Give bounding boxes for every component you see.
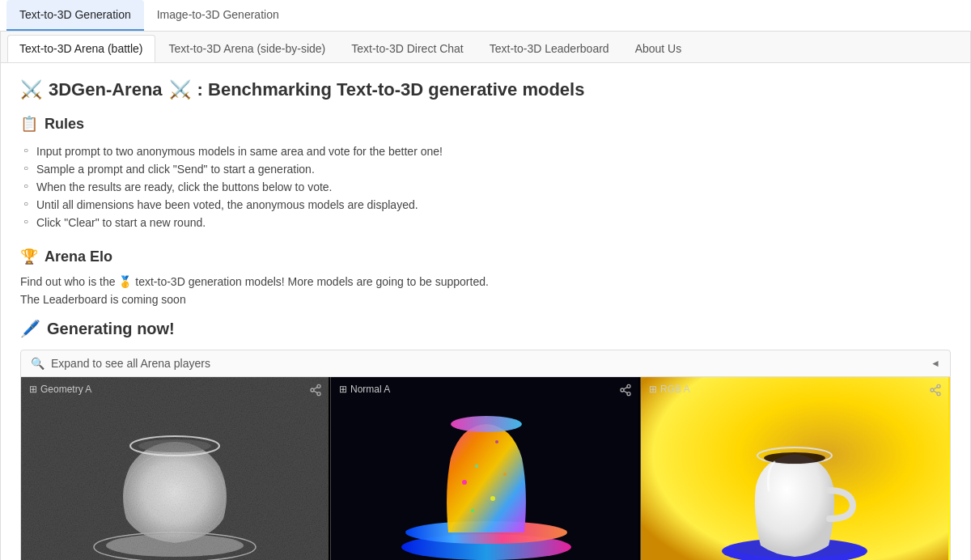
sub-tab-leaderboard[interactable]: Text-to-3D Leaderboard [477, 35, 621, 62]
svg-line-15 [624, 391, 628, 393]
rules-heading: 📋 Rules [20, 115, 951, 133]
rgb-label-text: RGB A [660, 384, 690, 395]
svg-line-31 [934, 387, 938, 389]
viewers-row: ⊞ Geometry A [20, 377, 951, 560]
normal-share-icon[interactable] [619, 384, 632, 399]
viewer-rgb-a: ⊞ RGB A [641, 377, 950, 560]
top-tabs-bar: Text-to-3D Generation Image-to-3D Genera… [0, 0, 971, 32]
svg-point-1 [311, 388, 314, 392]
svg-line-30 [934, 391, 938, 393]
sub-tabs-bar: Text-to-3D Arena (battle) Text-to-3D Are… [1, 32, 970, 63]
sub-tab-aboutus[interactable]: About Us [623, 35, 694, 62]
generating-heading: 🖊️ Generating now! [20, 319, 951, 338]
trophy-icon: 🏆 [20, 248, 38, 265]
sub-tab-battle[interactable]: Text-to-3D Arena (battle) [7, 35, 155, 62]
geometry-label-icon: ⊞ [29, 384, 37, 395]
pencil-icon: 🖊️ [20, 319, 40, 338]
svg-rect-11 [21, 377, 329, 560]
sub-tab-sidebyside[interactable]: Text-to-3D Arena (side-by-side) [157, 35, 338, 62]
geometry-label-text: Geometry A [40, 384, 91, 395]
svg-point-24 [503, 473, 507, 476]
svg-line-4 [314, 387, 318, 389]
svg-point-21 [462, 480, 467, 485]
svg-point-29 [937, 392, 940, 396]
rule-item: Input prompt to two anonymous models in … [20, 142, 951, 160]
rules-title: Rules [45, 116, 84, 133]
main-container: Text-to-3D Arena (battle) Text-to-3D Are… [0, 32, 971, 560]
rgb-share-icon[interactable] [929, 384, 942, 399]
search-icon: 🔍 [31, 357, 45, 370]
geometry-a-label: ⊞ Geometry A [29, 384, 91, 395]
arena-elo-section: 🏆 Arena Elo Find out who is the 🥇 text-t… [20, 248, 951, 306]
svg-point-27 [937, 384, 940, 388]
geometry-share-icon[interactable] [309, 384, 322, 399]
sword-right-icon: ⚔️ [169, 79, 191, 100]
rgb-a-label: ⊞ RGB A [649, 384, 690, 395]
sub-tab-directchat[interactable]: Text-to-3D Direct Chat [339, 35, 475, 62]
app-title: 3DGen-Arena [49, 79, 163, 100]
svg-point-26 [495, 440, 498, 443]
rules-list: Input prompt to two anonymous models in … [20, 142, 951, 231]
svg-point-13 [621, 388, 624, 392]
leaderboard-coming-soon: The Leaderboard is coming soon [20, 293, 951, 306]
rule-item: Until all dimensions have been voted, th… [20, 196, 951, 214]
app-subtitle: : Benchmarking Text-to-3D generative mod… [197, 79, 585, 100]
svg-line-3 [314, 391, 318, 393]
arena-elo-title: Arena Elo [45, 248, 112, 265]
normal-a-label: ⊞ Normal A [339, 384, 390, 395]
svg-point-23 [490, 496, 495, 501]
sword-left-icon: ⚔️ [20, 79, 42, 100]
generating-title: Generating now! [47, 320, 175, 338]
expand-bar-left: 🔍 Expand to see all Arena players [31, 357, 210, 370]
normal-canvas [331, 377, 640, 560]
expand-bar-label: Expand to see all Arena players [51, 357, 210, 370]
clipboard-icon: 📋 [20, 115, 38, 133]
svg-point-0 [317, 384, 320, 388]
tab-text-to-3d[interactable]: Text-to-3D Generation [6, 0, 144, 31]
geometry-canvas [21, 377, 330, 560]
normal-label-icon: ⊞ [339, 384, 347, 395]
svg-point-28 [931, 388, 934, 392]
svg-point-22 [475, 465, 478, 468]
tab-image-to-3d[interactable]: Image-to-3D Generation [144, 0, 292, 31]
svg-point-20 [451, 416, 522, 432]
rule-item: When the results are ready, click the bu… [20, 178, 951, 196]
arena-elo-heading: 🏆 Arena Elo [20, 248, 951, 265]
viewer-geometry-a: ⊞ Geometry A [21, 377, 331, 560]
arena-elo-description: Find out who is the 🥇 text-to-3D generat… [20, 275, 951, 288]
svg-point-12 [627, 384, 630, 388]
rule-item: Click "Clear" to start a new round. [20, 214, 951, 231]
expand-arrow-icon: ◄ [931, 358, 940, 369]
main-heading: ⚔️ 3DGen-Arena ⚔️ : Benchmarking Text-to… [20, 79, 951, 100]
svg-point-25 [471, 509, 474, 512]
svg-point-2 [317, 392, 320, 396]
rule-item: Sample a prompt and click "Send" to star… [20, 160, 951, 178]
expand-arena-players-bar[interactable]: 🔍 Expand to see all Arena players ◄ [20, 350, 951, 377]
normal-label-text: Normal A [350, 384, 390, 395]
svg-point-14 [627, 392, 630, 396]
svg-line-16 [624, 387, 628, 389]
rgb-label-icon: ⊞ [649, 384, 657, 395]
content-area: ⚔️ 3DGen-Arena ⚔️ : Benchmarking Text-to… [1, 63, 970, 560]
viewer-normal-a: ⊞ Normal A [331, 377, 641, 560]
rgb-canvas [641, 377, 950, 560]
